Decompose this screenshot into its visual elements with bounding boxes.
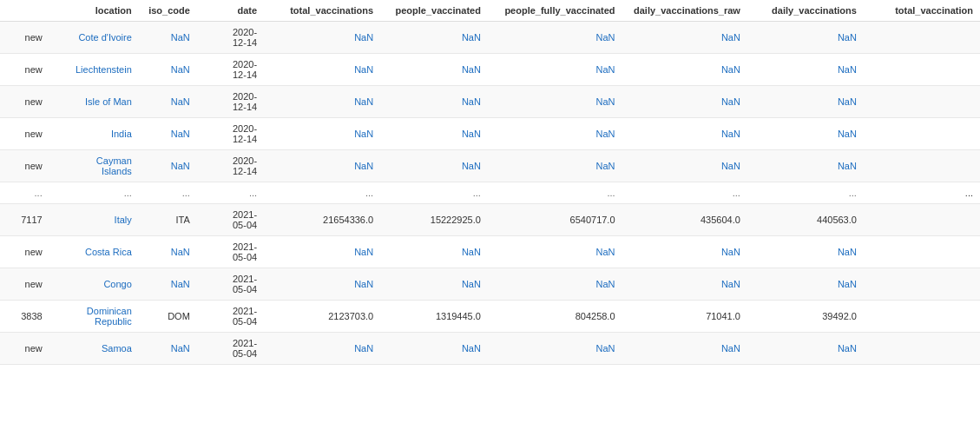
- table-cell: NaN: [139, 236, 197, 268]
- table-cell: ...: [0, 182, 49, 204]
- table-cell: NaN: [622, 268, 747, 301]
- table-cell: NaN: [264, 118, 380, 150]
- main-table-container: location iso_code date total_vaccination…: [0, 0, 980, 365]
- table-row: newCongoNaN2021- 05-04NaNNaNNaNNaNNaN: [0, 268, 980, 301]
- table-cell: Congo: [49, 268, 139, 301]
- table-cell: NaN: [488, 22, 622, 54]
- table-cell: 7117: [0, 204, 49, 236]
- col-header-people-vaccinated: people_vaccinated: [380, 0, 488, 22]
- table-cell: ...: [49, 182, 139, 204]
- table-cell: ...: [747, 182, 864, 204]
- table-cell: ...: [488, 182, 622, 204]
- table-cell: 15222925.0: [380, 204, 488, 236]
- table-cell: NaN: [139, 268, 197, 301]
- table-cell: ...: [197, 182, 264, 204]
- table-cell: NaN: [139, 333, 197, 365]
- table-cell: new: [0, 22, 49, 54]
- table-cell: ITA: [139, 204, 197, 236]
- table-row: newCote d'IvoireNaN2020- 12-14NaNNaNNaNN…: [0, 22, 980, 54]
- table-cell: NaN: [747, 54, 864, 86]
- table-cell: DOM: [139, 301, 197, 333]
- table-cell: 3838: [0, 301, 49, 333]
- col-header-total-vaccinations: total_vaccinations: [264, 0, 380, 22]
- table-cell: [864, 301, 980, 333]
- table-cell: [864, 118, 980, 150]
- table-cell: NaN: [747, 118, 864, 150]
- table-cell: 2021- 05-04: [197, 236, 264, 268]
- table-cell: NaN: [747, 236, 864, 268]
- table-cell: NaN: [380, 22, 488, 54]
- table-cell: 39492.0: [747, 301, 864, 333]
- data-table: location iso_code date total_vaccination…: [0, 0, 980, 365]
- table-cell: NaN: [139, 22, 197, 54]
- table-cell: NaN: [622, 22, 747, 54]
- table-cell: [864, 150, 980, 182]
- table-cell: 2021- 05-04: [197, 301, 264, 333]
- table-cell: 804258.0: [488, 301, 622, 333]
- table-cell: [864, 268, 980, 301]
- table-cell: NaN: [264, 150, 380, 182]
- table-row: 7117ItalyITA2021- 05-0421654336.01522292…: [0, 204, 980, 236]
- table-cell: NaN: [264, 268, 380, 301]
- table-cell: NaN: [747, 333, 864, 365]
- table-cell: 2021- 05-04: [197, 333, 264, 365]
- table-cell: Samoa: [49, 333, 139, 365]
- table-cell: [864, 86, 980, 118]
- col-header-total-vaccination: total_vaccination: [864, 0, 980, 22]
- col-header-daily-vaccinations-raw: daily_vaccinations_raw: [622, 0, 747, 22]
- table-cell: 6540717.0: [488, 204, 622, 236]
- table-cell: [864, 236, 980, 268]
- table-cell: new: [0, 86, 49, 118]
- table-cell: NaN: [488, 268, 622, 301]
- table-cell: NaN: [380, 236, 488, 268]
- table-cell: NaN: [622, 333, 747, 365]
- table-cell: NaN: [380, 86, 488, 118]
- table-cell: 2020- 12-14: [197, 150, 264, 182]
- table-cell: NaN: [380, 333, 488, 365]
- table-cell: Cote d'Ivoire: [49, 22, 139, 54]
- table-cell: Liechtenstein: [49, 54, 139, 86]
- table-cell: new: [0, 333, 49, 365]
- table-cell: 1319445.0: [380, 301, 488, 333]
- table-row: newLiechtensteinNaN2020- 12-14NaNNaNNaNN…: [0, 54, 980, 86]
- table-cell: new: [0, 54, 49, 86]
- table-cell: NaN: [264, 86, 380, 118]
- table-cell: NaN: [264, 54, 380, 86]
- table-cell: NaN: [139, 150, 197, 182]
- table-row: newCayman IslandsNaN2020- 12-14NaNNaNNaN…: [0, 150, 980, 182]
- table-cell: NaN: [380, 118, 488, 150]
- table-cell: NaN: [380, 54, 488, 86]
- table-cell: ...: [622, 182, 747, 204]
- table-row: newSamoaNaN2021- 05-04NaNNaNNaNNaNNaN: [0, 333, 980, 365]
- table-cell: NaN: [264, 22, 380, 54]
- table-cell: [864, 22, 980, 54]
- col-header-location: location: [49, 0, 139, 22]
- table-cell: India: [49, 118, 139, 150]
- table-cell: 2020- 12-14: [197, 22, 264, 54]
- col-header-date: date: [197, 0, 264, 22]
- table-row: newIsle of ManNaN2020- 12-14NaNNaNNaNNaN…: [0, 86, 980, 118]
- table-cell: NaN: [139, 54, 197, 86]
- table-cell: NaN: [488, 86, 622, 118]
- table-cell: 440563.0: [747, 204, 864, 236]
- table-cell: NaN: [747, 150, 864, 182]
- table-cell: 71041.0: [622, 301, 747, 333]
- table-cell: Isle of Man: [49, 86, 139, 118]
- table-cell: 2021- 05-04: [197, 268, 264, 301]
- table-cell: ...: [139, 182, 197, 204]
- table-cell: NaN: [139, 86, 197, 118]
- table-cell: NaN: [622, 118, 747, 150]
- table-row: 3838Dominican RepublicDOM2021- 05-042123…: [0, 301, 980, 333]
- table-cell: NaN: [747, 86, 864, 118]
- table-cell: NaN: [380, 150, 488, 182]
- table-cell: NaN: [622, 150, 747, 182]
- col-header-iso-code: iso_code: [139, 0, 197, 22]
- table-cell: Dominican Republic: [49, 301, 139, 333]
- table-cell: NaN: [622, 86, 747, 118]
- table-cell: 2020- 12-14: [197, 86, 264, 118]
- table-row: newCosta RicaNaN2021- 05-04NaNNaNNaNNaNN…: [0, 236, 980, 268]
- table-cell: NaN: [747, 22, 864, 54]
- table-cell: NaN: [488, 333, 622, 365]
- table-cell: new: [0, 118, 49, 150]
- table-cell: NaN: [380, 268, 488, 301]
